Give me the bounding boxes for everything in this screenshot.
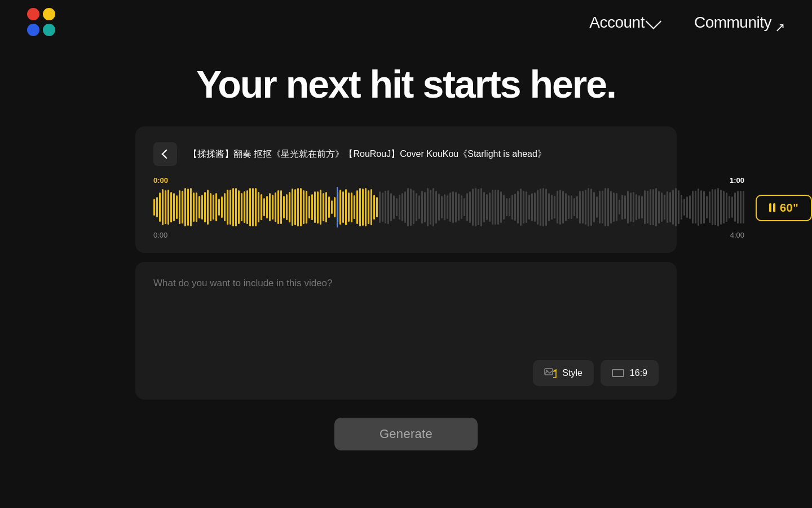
waveform-bar bbox=[506, 198, 508, 217]
waveform-bar bbox=[339, 190, 341, 225]
waveform-bar bbox=[709, 191, 710, 223]
waveform-bar bbox=[743, 191, 744, 224]
waveform-bar bbox=[354, 195, 355, 220]
waveform-bar bbox=[497, 190, 499, 225]
pause-button[interactable]: 60" bbox=[756, 195, 812, 221]
logo-dot-teal bbox=[43, 24, 55, 36]
waveform-bar bbox=[244, 191, 245, 222]
waveform-bar bbox=[573, 198, 575, 216]
waveform-bar bbox=[156, 197, 158, 217]
total-time: 4:00 bbox=[730, 231, 744, 239]
waveform-bar bbox=[540, 189, 541, 226]
waveform-bar bbox=[303, 190, 304, 225]
waveform-bar bbox=[714, 189, 716, 226]
waveform-bar bbox=[261, 194, 262, 221]
waveform-bar bbox=[348, 192, 350, 222]
waveform-bar bbox=[323, 193, 324, 222]
waveform-bar bbox=[435, 191, 437, 223]
waveform-bar bbox=[187, 189, 189, 226]
waveform-bar bbox=[692, 191, 694, 224]
waveform-bar bbox=[565, 193, 567, 221]
chevron-down-icon bbox=[646, 14, 661, 29]
waveform-bar bbox=[472, 189, 474, 226]
waveform-bar bbox=[300, 188, 302, 226]
waveform-bar bbox=[314, 191, 316, 223]
logo[interactable] bbox=[27, 8, 56, 37]
time-labels: 0:00 1:00 bbox=[153, 176, 744, 185]
waveform-bar bbox=[458, 194, 460, 221]
back-button[interactable] bbox=[153, 142, 177, 166]
waveform-bar bbox=[255, 188, 257, 226]
waveform-bar bbox=[232, 188, 234, 226]
waveform-bar bbox=[610, 191, 612, 224]
waveform-bar bbox=[269, 193, 271, 221]
prompt-input[interactable] bbox=[153, 278, 659, 351]
community-label: Community bbox=[694, 14, 771, 32]
waveform-bar bbox=[387, 190, 389, 224]
waveform-bar bbox=[509, 198, 510, 217]
logo-dot-yellow bbox=[43, 8, 55, 20]
waveform-bar bbox=[650, 189, 651, 225]
back-arrow-icon bbox=[162, 150, 171, 159]
waveform-bar bbox=[511, 195, 513, 219]
waveform-bar bbox=[630, 192, 632, 222]
waveform-bar bbox=[201, 195, 203, 220]
waveform-bar bbox=[616, 193, 617, 221]
aspect-label: 16:9 bbox=[630, 368, 647, 378]
time-marker: 1:00 bbox=[730, 176, 744, 185]
waveform-bar bbox=[404, 191, 406, 223]
waveform-bar bbox=[162, 189, 164, 226]
waveform-bar bbox=[545, 189, 547, 226]
waveform-bar bbox=[272, 195, 273, 220]
waveform-bar bbox=[277, 190, 279, 224]
waveform-bar bbox=[294, 189, 296, 226]
waveform-bar bbox=[452, 191, 454, 223]
waveform-bar bbox=[241, 193, 242, 221]
waveform-bar bbox=[373, 195, 375, 220]
waveform-bar bbox=[517, 191, 519, 224]
community-button[interactable]: Community bbox=[694, 14, 785, 32]
waveform-bar bbox=[466, 193, 468, 221]
waveform-bar bbox=[441, 196, 443, 218]
waveform-bar bbox=[173, 193, 175, 221]
waveform-bar bbox=[717, 188, 719, 226]
waveform-bar bbox=[227, 190, 228, 225]
pause-icon bbox=[769, 203, 775, 212]
playhead bbox=[337, 187, 338, 227]
waveform-bar bbox=[729, 196, 730, 219]
waveform-bar bbox=[424, 192, 426, 222]
current-time: 0:00 bbox=[153, 231, 167, 239]
waveform-bar bbox=[342, 191, 344, 224]
waveform-bar bbox=[320, 190, 321, 225]
waveform-bars[interactable] bbox=[153, 187, 744, 227]
waveform-bar bbox=[537, 190, 539, 225]
waveform-bar bbox=[737, 191, 739, 223]
generate-label: Generate bbox=[379, 427, 433, 441]
waveform-bar bbox=[520, 189, 522, 225]
waveform-bar bbox=[672, 190, 674, 225]
waveform-bar bbox=[700, 190, 702, 224]
waveform-bar bbox=[427, 188, 429, 226]
audio-header: 【揉揉酱】翻奏 抠抠《星光就在前方》【RouRouJ】Cover KouKou《… bbox=[153, 142, 659, 166]
waveform-bar bbox=[562, 191, 564, 224]
waveform-bar bbox=[393, 195, 395, 218]
aspect-ratio-button[interactable]: 16:9 bbox=[601, 360, 659, 386]
account-button[interactable]: Account bbox=[589, 14, 660, 32]
waveform-bar bbox=[207, 190, 209, 225]
waveform-bar bbox=[258, 192, 259, 222]
waveform-bar bbox=[170, 192, 172, 222]
waveform-bar bbox=[607, 188, 609, 226]
waveform-bar bbox=[210, 193, 211, 221]
waveform-bar bbox=[418, 195, 420, 218]
waveform-bar bbox=[306, 191, 307, 223]
style-button[interactable]: Style bbox=[533, 360, 594, 386]
waveform-container[interactable]: 0:00 1:00 0:00 4:00 bbox=[153, 176, 744, 239]
waveform-bar bbox=[740, 191, 742, 224]
waveform-bar bbox=[475, 188, 476, 226]
waveform-bar bbox=[334, 197, 336, 217]
header-nav: Account Community bbox=[589, 14, 785, 32]
waveform-bar bbox=[641, 196, 643, 218]
waveform-bar bbox=[469, 191, 471, 223]
waveform-bar bbox=[492, 190, 493, 225]
generate-button[interactable]: Generate bbox=[334, 418, 478, 450]
